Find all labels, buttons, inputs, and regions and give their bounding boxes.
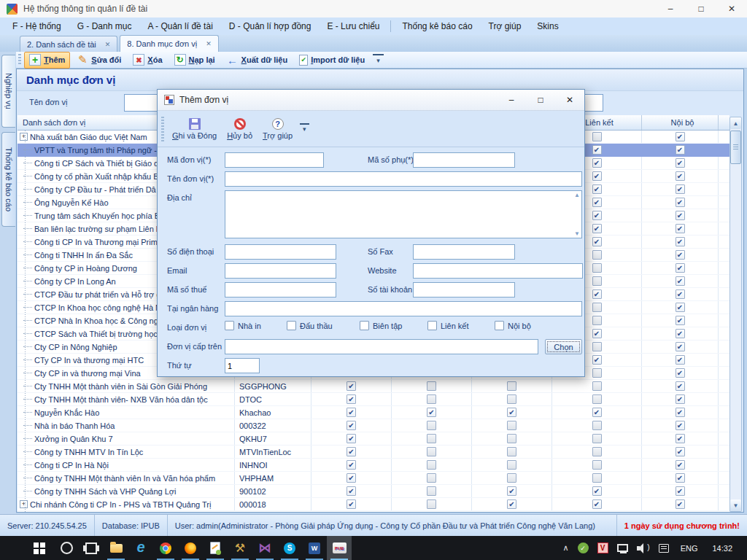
checkbox-unchecked-icon[interactable] [592, 473, 602, 483]
checkbox-unchecked-icon[interactable] [507, 421, 516, 430]
checkbox-checked-icon[interactable]: ✔ [676, 473, 685, 483]
checkbox-checked-icon[interactable]: ✔ [676, 394, 685, 404]
type-option-1[interactable]: Nhà in [225, 321, 287, 330]
side-tab-1[interactable]: Nghiệp vụ [1, 55, 15, 128]
checkbox-checked-icon[interactable]: ✔ [676, 368, 685, 378]
so-dien-thoai-input[interactable] [225, 244, 336, 260]
checkbox-checked-icon[interactable]: ✔ [676, 434, 685, 443]
type-option-3[interactable]: Biên tập [360, 321, 427, 330]
table-row[interactable]: Nguyễn Khắc HàoKhachao✔✔✔✔✔ [18, 406, 729, 419]
checkbox-checked-icon[interactable]: ✔ [592, 355, 602, 365]
checkbox-unchecked-icon[interactable] [427, 381, 436, 391]
type-option-2[interactable]: Đấu thầu [287, 321, 360, 330]
checkbox-checked-icon[interactable]: ✔ [676, 486, 685, 496]
action-center-icon[interactable] [659, 544, 669, 553]
add-button[interactable]: Thêm [24, 52, 70, 69]
checkbox-unchecked-icon[interactable] [427, 499, 436, 509]
menu-item-1[interactable]: F - Hệ thống [4, 18, 69, 35]
chon-button[interactable]: Chọn [545, 339, 582, 354]
maximize-icon[interactable]: □ [686, 0, 716, 18]
checkbox-unchecked-icon[interactable] [592, 368, 602, 378]
firefox-icon[interactable] [178, 536, 203, 560]
toolbar-overflow-icon[interactable]: ▾ [373, 54, 384, 66]
website-input[interactable] [413, 263, 583, 279]
dialog-maximize-icon[interactable]: □ [526, 90, 555, 110]
type-option-5[interactable]: Nội bộ [495, 321, 531, 330]
checkbox-checked-icon[interactable]: ✔ [347, 421, 356, 430]
checkbox-checked-icon[interactable]: ✔ [676, 171, 685, 181]
menu-item-6[interactable]: Thống kê báo cáo [394, 18, 480, 35]
thu-tu-input[interactable] [225, 358, 260, 373]
volume-icon[interactable]: ) [637, 543, 650, 553]
checkbox-icon[interactable] [225, 321, 234, 330]
checkbox-unchecked-icon[interactable] [427, 394, 436, 404]
checkbox-unchecked-icon[interactable] [592, 276, 602, 286]
checkbox-checked-icon[interactable]: ✔ [676, 132, 685, 141]
skype-icon[interactable] [277, 536, 302, 560]
checkbox-checked-icon[interactable]: ✔ [592, 184, 602, 194]
ten-don-vi-input[interactable] [225, 171, 582, 187]
help-button[interactable]: Trợ giúp [258, 113, 298, 145]
vertical-scrollbar[interactable]: ▲ ▼ [729, 117, 742, 512]
file-explorer-icon[interactable] [104, 536, 128, 560]
checkbox-checked-icon[interactable]: ✔ [676, 329, 685, 338]
table-row[interactable]: Công ty TNHH MTV In Tín LộcMTVInTienLoc✔… [18, 446, 729, 459]
checkbox-checked-icon[interactable]: ✔ [347, 486, 356, 496]
checkbox-checked-icon[interactable]: ✔ [347, 473, 356, 483]
checkbox-checked-icon[interactable]: ✔ [592, 145, 602, 155]
checkbox-checked-icon[interactable]: ✔ [347, 434, 356, 443]
checkbox-icon[interactable] [427, 321, 437, 330]
checkbox-checked-icon[interactable]: ✔ [676, 158, 685, 168]
column-header-noi_bo[interactable]: Nội bộ [642, 115, 719, 130]
email-input[interactable] [225, 263, 336, 279]
textarea-scroll-up-icon[interactable]: ▲ [574, 192, 580, 198]
teamviewer-icon[interactable]: ✓ [578, 542, 589, 553]
checkbox-unchecked-icon[interactable] [507, 434, 516, 443]
delete-button[interactable]: Xóa [128, 52, 167, 69]
dia-chi-textarea[interactable]: ▲ ▼ [225, 190, 582, 238]
task-view-icon[interactable] [79, 536, 104, 560]
checkbox-checked-icon[interactable]: ✔ [676, 303, 685, 312]
checkbox-unchecked-icon[interactable] [592, 434, 602, 443]
tab-2[interactable]: 8. Danh mục đơn vị✕ [120, 35, 218, 52]
checkbox-checked-icon[interactable]: ✔ [592, 158, 602, 168]
network-icon[interactable] [617, 544, 628, 552]
checkbox-checked-icon[interactable]: ✔ [676, 250, 685, 260]
checkbox-checked-icon[interactable]: ✔ [676, 276, 685, 286]
checkbox-checked-icon[interactable]: ✔ [592, 224, 602, 233]
language-indicator[interactable]: ENG [681, 544, 698, 553]
start-icon[interactable] [29, 536, 54, 560]
checkbox-checked-icon[interactable]: ✔ [347, 381, 356, 391]
checkbox-unchecked-icon[interactable] [592, 316, 602, 325]
checkbox-icon[interactable] [287, 321, 296, 330]
menu-item-7[interactable]: Trợ giúp [481, 18, 530, 35]
checkbox-unchecked-icon[interactable] [507, 473, 516, 483]
checkbox-checked-icon[interactable]: ✔ [676, 355, 685, 365]
checkbox-checked-icon[interactable]: ✔ [676, 499, 685, 509]
menu-item-2[interactable]: G - Danh mục [69, 18, 140, 35]
dialog-toolbar-overflow-icon[interactable]: ▾ [300, 123, 309, 134]
checkbox-checked-icon[interactable]: ✔ [676, 198, 685, 207]
checkbox-checked-icon[interactable]: ✔ [507, 408, 516, 417]
checkbox-unchecked-icon[interactable] [427, 447, 436, 456]
checkbox-checked-icon[interactable]: ✔ [676, 145, 685, 155]
table-row[interactable]: Công ty TNHH Một thành viên In và Văn hó… [18, 472, 729, 485]
checkbox-unchecked-icon[interactable] [592, 263, 602, 273]
textarea-scroll-down-icon[interactable]: ▼ [574, 230, 580, 237]
checkbox-unchecked-icon[interactable] [592, 421, 602, 430]
checkbox-checked-icon[interactable]: ✔ [507, 486, 516, 496]
ipub-icon[interactable] [327, 536, 352, 560]
checkbox-unchecked-icon[interactable] [592, 303, 602, 312]
checkbox-checked-icon[interactable]: ✔ [676, 447, 685, 456]
checkbox-unchecked-icon[interactable] [427, 421, 436, 430]
checkbox-checked-icon[interactable]: ✔ [676, 211, 685, 220]
checkbox-checked-icon[interactable]: ✔ [676, 263, 685, 273]
menu-item-3[interactable]: A - Quản lí đề tài [139, 18, 220, 35]
don-vi-cap-tren-input[interactable] [225, 339, 538, 354]
minimize-icon[interactable]: – [655, 0, 686, 18]
checkbox-unchecked-icon[interactable] [592, 132, 602, 141]
table-row[interactable]: +Chi nhánh Công ti CP In - PHS và TBTH Q… [18, 498, 729, 511]
checkbox-unchecked-icon[interactable] [592, 250, 602, 260]
checkbox-checked-icon[interactable]: ✔ [592, 408, 602, 417]
checkbox-checked-icon[interactable]: ✔ [347, 447, 356, 456]
